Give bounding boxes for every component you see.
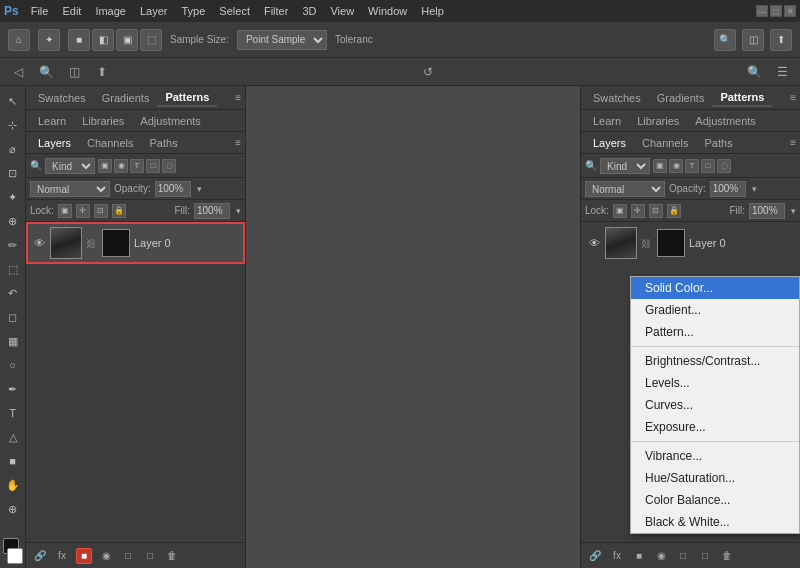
left-tab-gradients[interactable]: Gradients: [94, 90, 158, 106]
move-tool[interactable]: ↖: [2, 90, 24, 112]
right-layers-tab[interactable]: Layers: [585, 135, 634, 151]
right-layer-menu-icon[interactable]: ≡: [790, 137, 796, 148]
gradient-tool[interactable]: ▦: [2, 330, 24, 352]
minimize-button[interactable]: —: [756, 5, 768, 17]
menu-3d[interactable]: 3D: [296, 3, 322, 19]
context-menu-levels[interactable]: Levels...: [631, 372, 799, 394]
select-tool[interactable]: ⊹: [2, 114, 24, 136]
maximize-button[interactable]: □: [770, 5, 782, 17]
right-opacity-input[interactable]: [710, 181, 746, 197]
context-menu-vibrance[interactable]: Vibrance...: [631, 445, 799, 467]
sample-size-select[interactable]: Point Sample: [237, 30, 327, 50]
left-footer-link[interactable]: 🔗: [32, 548, 48, 564]
text-tool[interactable]: T: [2, 402, 24, 424]
left-channels-tab[interactable]: Channels: [79, 135, 141, 151]
right-tab-swatches[interactable]: Swatches: [585, 90, 649, 106]
right-panel-menu-icon[interactable]: ≡: [790, 92, 796, 103]
left-filter-smart[interactable]: ◌: [162, 159, 176, 173]
right-footer-mask[interactable]: ◉: [653, 548, 669, 564]
right-footer-fx[interactable]: fx: [609, 548, 625, 564]
left-subtab-learn[interactable]: Learn: [30, 113, 74, 129]
context-menu-curves[interactable]: Curves...: [631, 394, 799, 416]
left-panel-menu-icon[interactable]: ≡: [235, 92, 241, 103]
menu-edit[interactable]: Edit: [56, 3, 87, 19]
shape2-tool[interactable]: ◧: [92, 29, 114, 51]
context-menu-black-white[interactable]: Black & White...: [631, 511, 799, 533]
left-subtab-libraries[interactable]: Libraries: [74, 113, 132, 129]
right-footer-new-layer[interactable]: □: [697, 548, 713, 564]
eyedropper-tool[interactable]: ✦: [2, 186, 24, 208]
sec-view-btn[interactable]: ☰: [772, 62, 792, 82]
right-lock-px[interactable]: ▣: [613, 204, 627, 218]
lasso-tool[interactable]: ⌀: [2, 138, 24, 160]
left-filter-adj[interactable]: ◉: [114, 159, 128, 173]
close-button[interactable]: ✕: [784, 5, 796, 17]
right-tab-patterns[interactable]: Patterns: [712, 89, 772, 107]
sec-export-btn[interactable]: ⬆: [92, 62, 112, 82]
left-paths-tab[interactable]: Paths: [142, 135, 186, 151]
share-btn[interactable]: ⬆: [770, 29, 792, 51]
left-tab-swatches[interactable]: Swatches: [30, 90, 94, 106]
right-subtab-libraries[interactable]: Libraries: [629, 113, 687, 129]
left-filter-px[interactable]: ▣: [98, 159, 112, 173]
context-menu-solid-color[interactable]: Solid Color...: [631, 277, 799, 299]
context-menu-exposure[interactable]: Exposure...: [631, 416, 799, 438]
sec-undo-btn[interactable]: ↺: [418, 62, 438, 82]
menu-select[interactable]: Select: [213, 3, 256, 19]
menu-layer[interactable]: Layer: [134, 3, 174, 19]
left-subtab-adjustments[interactable]: Adjustments: [132, 113, 209, 129]
left-footer-group[interactable]: □: [120, 548, 136, 564]
left-lock-artboard[interactable]: ⊡: [94, 204, 108, 218]
sec-zoom-btn[interactable]: 🔍: [744, 62, 764, 82]
left-fill-input[interactable]: [194, 203, 230, 219]
right-footer-group[interactable]: □: [675, 548, 691, 564]
bg-color[interactable]: [7, 548, 23, 564]
right-subtab-adjustments[interactable]: Adjustments: [687, 113, 764, 129]
left-footer-new-layer[interactable]: □: [142, 548, 158, 564]
right-filter-shape[interactable]: □: [701, 159, 715, 173]
stamp-tool[interactable]: ⬚: [2, 258, 24, 280]
magic-wand-tool[interactable]: ✦: [38, 29, 60, 51]
panels-btn[interactable]: ◫: [742, 29, 764, 51]
crop-tool[interactable]: ⊡: [2, 162, 24, 184]
right-layer-visibility[interactable]: 👁: [587, 236, 601, 250]
rect-tool[interactable]: ■: [68, 29, 90, 51]
right-channels-tab[interactable]: Channels: [634, 135, 696, 151]
left-tab-patterns[interactable]: Patterns: [157, 89, 217, 107]
left-blend-select[interactable]: Normal: [30, 181, 110, 197]
right-footer-delete[interactable]: 🗑: [719, 548, 735, 564]
left-lock-all[interactable]: 🔒: [112, 204, 126, 218]
context-menu-brightness[interactable]: Brightness/Contrast...: [631, 350, 799, 372]
left-footer-delete[interactable]: 🗑: [164, 548, 180, 564]
right-filter-smart[interactable]: ◌: [717, 159, 731, 173]
sec-search-btn[interactable]: 🔍: [36, 62, 56, 82]
context-menu-color-balance[interactable]: Color Balance...: [631, 489, 799, 511]
left-layer-visibility[interactable]: 👁: [32, 236, 46, 250]
dodge-tool[interactable]: ○: [2, 354, 24, 376]
right-lock-move[interactable]: ✛: [631, 204, 645, 218]
search-btn[interactable]: 🔍: [714, 29, 736, 51]
eraser-tool[interactable]: ◻: [2, 306, 24, 328]
left-lock-px[interactable]: ▣: [58, 204, 72, 218]
right-blend-select[interactable]: Normal: [585, 181, 665, 197]
right-layer-row[interactable]: 👁 ⛓ Layer 0: [581, 222, 800, 264]
left-opacity-arrow[interactable]: ▾: [197, 184, 202, 194]
left-filter-type[interactable]: T: [130, 159, 144, 173]
right-filter-type[interactable]: T: [685, 159, 699, 173]
menu-help[interactable]: Help: [415, 3, 450, 19]
heal-tool[interactable]: ⊕: [2, 210, 24, 232]
left-footer-new-fill[interactable]: ■: [76, 548, 92, 564]
brush-tool[interactable]: ✏: [2, 234, 24, 256]
path-tool[interactable]: △: [2, 426, 24, 448]
left-fill-arrow[interactable]: ▾: [236, 206, 241, 216]
left-kind-select[interactable]: Kind: [45, 158, 95, 174]
right-tab-gradients[interactable]: Gradients: [649, 90, 713, 106]
left-layer-row[interactable]: 👁 ⛓ Layer 0: [26, 222, 245, 264]
left-lock-move[interactable]: ✛: [76, 204, 90, 218]
sec-prev-btn[interactable]: ◁: [8, 62, 28, 82]
right-filter-px[interactable]: ▣: [653, 159, 667, 173]
zoom-tool[interactable]: ⊕: [2, 498, 24, 520]
menu-image[interactable]: Image: [89, 3, 132, 19]
right-subtab-learn[interactable]: Learn: [585, 113, 629, 129]
left-layer-menu-icon[interactable]: ≡: [235, 137, 241, 148]
